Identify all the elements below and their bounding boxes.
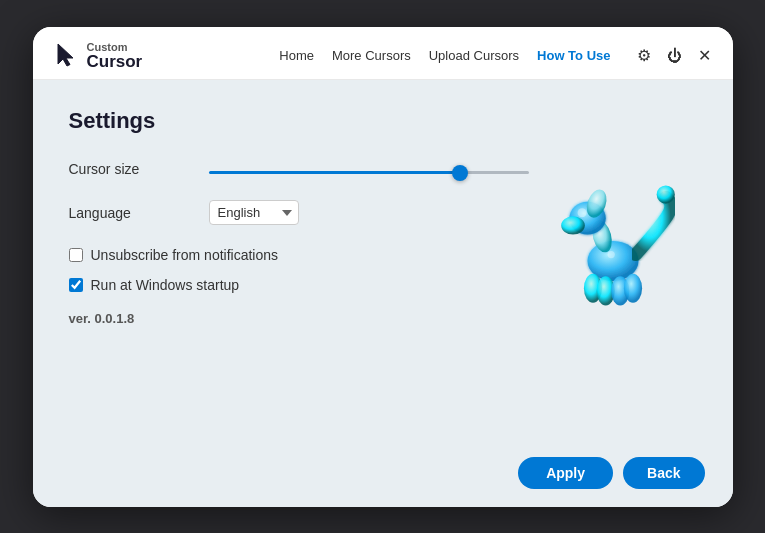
- startup-label[interactable]: Run at Windows startup: [91, 277, 240, 293]
- nav-area: Home More Cursors Upload Cursors How To …: [279, 44, 712, 67]
- svg-marker-0: [58, 44, 73, 66]
- nav-icons: ⚙ ⏻ ✕: [635, 44, 713, 67]
- gear-icon: ⚙: [637, 46, 651, 65]
- bottom-bar: Apply Back: [33, 447, 733, 507]
- nav-home[interactable]: Home: [279, 48, 314, 63]
- cursor-size-slider[interactable]: [209, 171, 529, 174]
- cursor-size-label: Cursor size: [69, 161, 209, 177]
- window-frame: Custom Cursor Home More Cursors Upload C…: [33, 27, 733, 507]
- startup-row: Run at Windows startup: [69, 277, 697, 293]
- nav-more-cursors[interactable]: More Cursors: [332, 48, 411, 63]
- language-row: Language English Español Français Deutsc…: [69, 200, 697, 225]
- close-icon: ✕: [698, 46, 711, 65]
- power-button[interactable]: ⏻: [665, 45, 684, 66]
- close-button[interactable]: ✕: [696, 44, 713, 67]
- startup-checkbox[interactable]: [69, 278, 83, 292]
- back-button[interactable]: Back: [623, 457, 704, 489]
- power-icon: ⏻: [667, 47, 682, 64]
- language-select[interactable]: English Español Français Deutsch 中文 日本語: [209, 200, 299, 225]
- logo-text: Custom Cursor: [87, 41, 143, 72]
- cursor-size-row: Cursor size: [69, 160, 697, 178]
- nav-upload-cursors[interactable]: Upload Cursors: [429, 48, 519, 63]
- logo-area: Custom Cursor: [53, 41, 143, 72]
- title-bar: Custom Cursor Home More Cursors Upload C…: [33, 27, 733, 81]
- apply-button[interactable]: Apply: [518, 457, 613, 489]
- gear-button[interactable]: ⚙: [635, 44, 653, 67]
- version-text: ver. 0.0.1.8: [69, 311, 697, 326]
- logo-icon: [53, 42, 81, 70]
- unsubscribe-row: Unsubscribe from notifications: [69, 247, 697, 263]
- settings-title: Settings: [69, 108, 697, 134]
- language-label: Language: [69, 205, 209, 221]
- slider-container: [209, 160, 529, 178]
- nav-how-to-use[interactable]: How To Use: [537, 48, 610, 63]
- unsubscribe-checkbox[interactable]: [69, 248, 83, 262]
- main-content: Settings Cursor size Language English Es…: [33, 80, 733, 446]
- unsubscribe-label[interactable]: Unsubscribe from notifications: [91, 247, 279, 263]
